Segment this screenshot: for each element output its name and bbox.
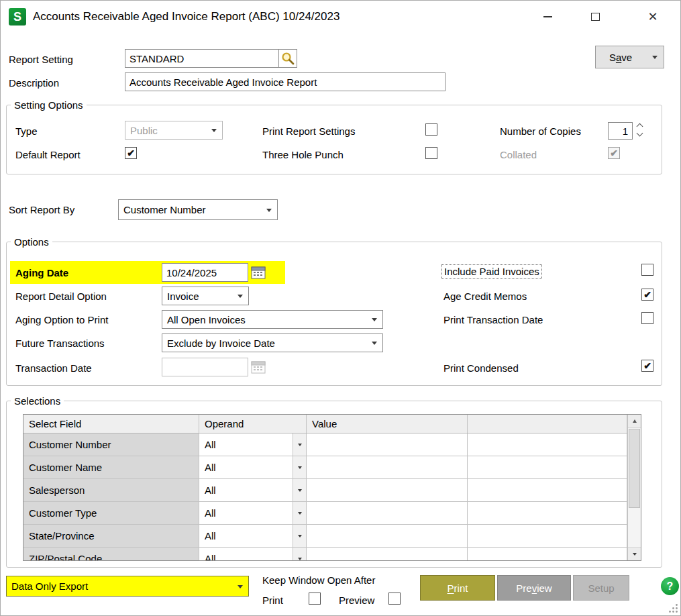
age-credit-memos-checkbox[interactable]: ✔ — [641, 289, 653, 301]
scroll-down-icon[interactable] — [628, 547, 641, 560]
preview-button-label: Preview — [516, 582, 552, 594]
chevron-down-icon — [266, 209, 272, 212]
preview-button[interactable]: Preview — [497, 575, 571, 601]
print-condensed-checkbox[interactable]: ✔ — [641, 360, 653, 372]
save-button[interactable]: Save — [595, 46, 646, 68]
value-cell[interactable] — [307, 525, 468, 548]
table-scrollbar[interactable] — [627, 415, 641, 560]
operand-value: All — [205, 553, 216, 561]
number-of-copies-input[interactable]: 1 — [608, 122, 633, 140]
column-header-extra — [468, 415, 627, 433]
type-select[interactable]: Public — [125, 121, 223, 140]
operand-dropdown-button[interactable] — [293, 502, 306, 524]
aging-date-input[interactable]: 10/24/2025 — [162, 263, 248, 282]
include-paid-invoices-checkbox[interactable] — [641, 264, 653, 276]
scrollbar-thumb[interactable] — [629, 429, 640, 508]
table-row: ZIP/Postal Code All — [23, 548, 627, 561]
calendar-icon — [251, 266, 266, 279]
operand-cell[interactable]: All — [199, 456, 307, 479]
sort-report-by-select[interactable]: Customer Number — [118, 199, 278, 220]
future-transactions-label: Future Transactions — [15, 338, 105, 350]
table-row: Salesperson All — [23, 479, 627, 502]
extra-cell — [468, 456, 627, 479]
select-field-cell: Customer Type — [23, 502, 199, 525]
aging-date-calendar-button[interactable] — [250, 264, 267, 281]
lookup-button[interactable] — [279, 49, 297, 68]
operand-dropdown-button[interactable] — [293, 548, 306, 561]
chevron-down-icon — [298, 489, 302, 492]
aging-option-to-print-select[interactable]: All Open Invoices — [162, 310, 383, 329]
print-report-settings-label: Print Report Settings — [262, 125, 355, 138]
include-paid-invoices-label: Include Paid Invoices — [441, 264, 542, 279]
value-cell[interactable] — [307, 433, 468, 456]
three-hole-punch-checkbox[interactable] — [425, 147, 437, 159]
operand-cell[interactable]: All — [199, 479, 307, 502]
export-format-value: Data Only Export — [11, 580, 88, 592]
save-label: Save — [609, 52, 632, 63]
operand-cell[interactable]: All — [199, 525, 307, 548]
operand-cell[interactable]: All — [199, 433, 307, 456]
operand-value: All — [205, 439, 216, 450]
chevron-down-icon — [652, 56, 658, 59]
operand-value: All — [205, 507, 216, 519]
minimize-button[interactable] — [534, 5, 561, 28]
question-mark-icon: ? — [667, 580, 674, 593]
resize-grip[interactable] — [668, 603, 678, 613]
description-input[interactable]: Accounts Receivable Aged Invoice Report — [125, 72, 446, 91]
future-transactions-value: Exclude by Invoice Date — [167, 338, 275, 349]
transaction-date-calendar-button — [250, 358, 267, 376]
maximize-button[interactable] — [582, 5, 609, 28]
chevron-down-icon — [211, 129, 217, 132]
aging-option-to-print-value: All Open Invoices — [167, 314, 246, 325]
transaction-date-label: Transaction Date — [15, 362, 92, 374]
value-cell[interactable] — [307, 456, 468, 479]
maximize-icon — [591, 13, 600, 21]
keep-print-checkbox[interactable] — [309, 593, 321, 605]
options-legend: Options — [11, 236, 52, 248]
spin-down-icon[interactable] — [635, 131, 644, 138]
transaction-date-input — [162, 358, 248, 376]
close-button[interactable]: ✕ — [639, 5, 666, 28]
print-transaction-date-checkbox[interactable] — [641, 312, 653, 324]
spin-up-icon[interactable] — [635, 122, 644, 129]
operand-dropdown-button[interactable] — [293, 456, 306, 478]
operand-cell[interactable]: All — [199, 548, 307, 561]
operand-cell[interactable]: All — [199, 502, 307, 525]
report-detail-option-select[interactable]: Invoice — [162, 287, 249, 305]
table-row: Customer Number All — [23, 433, 627, 456]
print-button-label: Print — [448, 582, 468, 594]
select-field-cell: ZIP/Postal Code — [23, 548, 199, 561]
aging-option-to-print-label: Aging Option to Print — [15, 314, 108, 326]
print-report-settings-checkbox[interactable] — [425, 123, 437, 136]
operand-dropdown-button[interactable] — [293, 525, 306, 547]
future-transactions-select[interactable]: Exclude by Invoice Date — [162, 333, 383, 352]
operand-dropdown-button[interactable] — [293, 479, 306, 501]
sort-report-by-label: Sort Report By — [9, 204, 74, 216]
help-button[interactable]: ? — [661, 577, 679, 595]
operand-dropdown-button[interactable] — [293, 433, 306, 456]
value-cell[interactable] — [307, 479, 468, 502]
scroll-up-icon[interactable] — [628, 415, 641, 428]
setup-button: Setup — [573, 575, 629, 601]
setting-options-legend: Setting Options — [11, 99, 87, 111]
keep-preview-checkbox[interactable] — [388, 593, 401, 605]
collated-checkbox: ✔ — [608, 147, 620, 159]
default-report-checkbox[interactable]: ✔ — [125, 147, 137, 159]
print-transaction-date-label: Print Transaction Date — [443, 314, 543, 326]
value-cell[interactable] — [307, 502, 468, 525]
select-field-cell: Salesperson — [23, 479, 199, 502]
save-dropdown-button[interactable] — [645, 46, 664, 68]
print-condensed-label: Print Condensed — [443, 362, 519, 374]
selections-table: Select Field Operand Value Customer Numb… — [23, 414, 641, 561]
print-button[interactable]: Print — [420, 575, 495, 601]
table-header-row: Select Field Operand Value — [23, 415, 627, 433]
report-setting-input[interactable]: STANDARD — [125, 49, 279, 68]
extra-cell — [468, 502, 627, 525]
selections-legend: Selections — [11, 395, 64, 407]
aging-date-label: Aging Date — [15, 267, 68, 279]
select-field-cell: Customer Number — [23, 433, 199, 456]
select-field-cell: Customer Name — [23, 456, 199, 479]
value-cell[interactable] — [307, 548, 468, 561]
export-format-select[interactable]: Data Only Export — [6, 576, 249, 597]
default-report-label: Default Report — [15, 149, 81, 161]
